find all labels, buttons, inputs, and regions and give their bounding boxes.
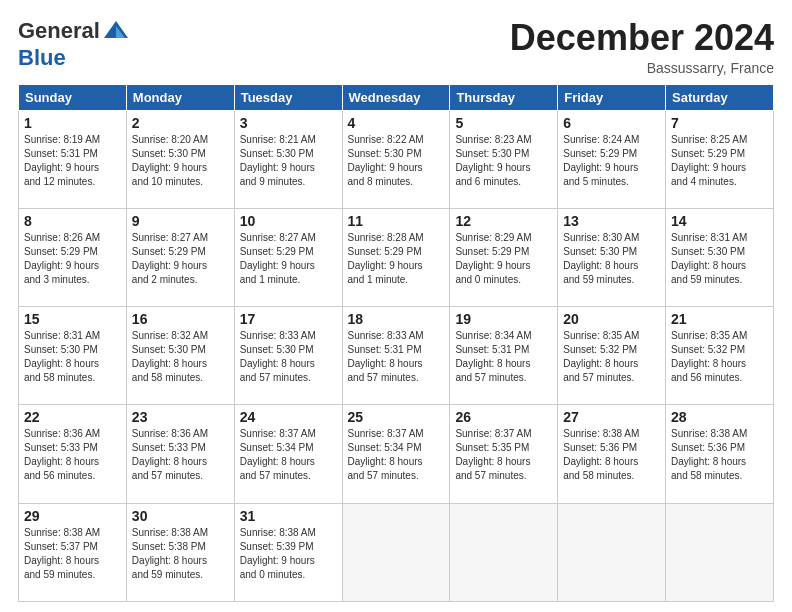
calendar-day-cell: 11Sunrise: 8:28 AM Sunset: 5:29 PM Dayli… <box>342 208 450 306</box>
day-number: 12 <box>455 213 552 229</box>
day-number: 28 <box>671 409 768 425</box>
weekday-header-cell: Monday <box>126 84 234 110</box>
day-info: Sunrise: 8:38 AM Sunset: 5:38 PM Dayligh… <box>132 526 229 582</box>
calendar-day-cell: 14Sunrise: 8:31 AM Sunset: 5:30 PM Dayli… <box>666 208 774 306</box>
calendar-day-cell <box>450 503 558 601</box>
logo-icon <box>102 18 130 46</box>
day-number: 13 <box>563 213 660 229</box>
day-info: Sunrise: 8:27 AM Sunset: 5:29 PM Dayligh… <box>132 231 229 287</box>
calendar-week-row: 22Sunrise: 8:36 AM Sunset: 5:33 PM Dayli… <box>19 405 774 503</box>
weekday-header-cell: Friday <box>558 84 666 110</box>
day-number: 11 <box>348 213 445 229</box>
calendar-day-cell: 29Sunrise: 8:38 AM Sunset: 5:37 PM Dayli… <box>19 503 127 601</box>
calendar-day-cell <box>666 503 774 601</box>
calendar-day-cell: 15Sunrise: 8:31 AM Sunset: 5:30 PM Dayli… <box>19 307 127 405</box>
calendar-day-cell: 8Sunrise: 8:26 AM Sunset: 5:29 PM Daylig… <box>19 208 127 306</box>
calendar-day-cell: 23Sunrise: 8:36 AM Sunset: 5:33 PM Dayli… <box>126 405 234 503</box>
calendar-week-row: 29Sunrise: 8:38 AM Sunset: 5:37 PM Dayli… <box>19 503 774 601</box>
calendar-day-cell <box>558 503 666 601</box>
calendar-day-cell: 16Sunrise: 8:32 AM Sunset: 5:30 PM Dayli… <box>126 307 234 405</box>
calendar-day-cell: 9Sunrise: 8:27 AM Sunset: 5:29 PM Daylig… <box>126 208 234 306</box>
calendar-table: SundayMondayTuesdayWednesdayThursdayFrid… <box>18 84 774 602</box>
day-info: Sunrise: 8:31 AM Sunset: 5:30 PM Dayligh… <box>24 329 121 385</box>
day-info: Sunrise: 8:26 AM Sunset: 5:29 PM Dayligh… <box>24 231 121 287</box>
calendar-day-cell: 27Sunrise: 8:38 AM Sunset: 5:36 PM Dayli… <box>558 405 666 503</box>
weekday-header-cell: Tuesday <box>234 84 342 110</box>
day-info: Sunrise: 8:34 AM Sunset: 5:31 PM Dayligh… <box>455 329 552 385</box>
day-info: Sunrise: 8:35 AM Sunset: 5:32 PM Dayligh… <box>563 329 660 385</box>
day-info: Sunrise: 8:33 AM Sunset: 5:30 PM Dayligh… <box>240 329 337 385</box>
day-number: 22 <box>24 409 121 425</box>
day-number: 17 <box>240 311 337 327</box>
calendar-day-cell: 30Sunrise: 8:38 AM Sunset: 5:38 PM Dayli… <box>126 503 234 601</box>
page: General Blue December 2024 Bassussarry, … <box>0 0 792 612</box>
day-info: Sunrise: 8:37 AM Sunset: 5:35 PM Dayligh… <box>455 427 552 483</box>
calendar-day-cell <box>342 503 450 601</box>
day-info: Sunrise: 8:30 AM Sunset: 5:30 PM Dayligh… <box>563 231 660 287</box>
calendar-day-cell: 18Sunrise: 8:33 AM Sunset: 5:31 PM Dayli… <box>342 307 450 405</box>
day-number: 14 <box>671 213 768 229</box>
header: General Blue December 2024 Bassussarry, … <box>18 18 774 76</box>
day-number: 25 <box>348 409 445 425</box>
calendar-day-cell: 12Sunrise: 8:29 AM Sunset: 5:29 PM Dayli… <box>450 208 558 306</box>
calendar-day-cell: 10Sunrise: 8:27 AM Sunset: 5:29 PM Dayli… <box>234 208 342 306</box>
calendar-day-cell: 17Sunrise: 8:33 AM Sunset: 5:30 PM Dayli… <box>234 307 342 405</box>
weekday-header-cell: Wednesday <box>342 84 450 110</box>
weekday-header-cell: Thursday <box>450 84 558 110</box>
day-number: 31 <box>240 508 337 524</box>
day-info: Sunrise: 8:33 AM Sunset: 5:31 PM Dayligh… <box>348 329 445 385</box>
calendar-day-cell: 25Sunrise: 8:37 AM Sunset: 5:34 PM Dayli… <box>342 405 450 503</box>
calendar-day-cell: 3Sunrise: 8:21 AM Sunset: 5:30 PM Daylig… <box>234 110 342 208</box>
calendar-day-cell: 20Sunrise: 8:35 AM Sunset: 5:32 PM Dayli… <box>558 307 666 405</box>
day-number: 18 <box>348 311 445 327</box>
day-info: Sunrise: 8:32 AM Sunset: 5:30 PM Dayligh… <box>132 329 229 385</box>
calendar-day-cell: 4Sunrise: 8:22 AM Sunset: 5:30 PM Daylig… <box>342 110 450 208</box>
calendar-body: 1Sunrise: 8:19 AM Sunset: 5:31 PM Daylig… <box>19 110 774 601</box>
day-number: 19 <box>455 311 552 327</box>
day-info: Sunrise: 8:24 AM Sunset: 5:29 PM Dayligh… <box>563 133 660 189</box>
calendar-week-row: 15Sunrise: 8:31 AM Sunset: 5:30 PM Dayli… <box>19 307 774 405</box>
calendar-day-cell: 5Sunrise: 8:23 AM Sunset: 5:30 PM Daylig… <box>450 110 558 208</box>
day-number: 20 <box>563 311 660 327</box>
calendar-day-cell: 22Sunrise: 8:36 AM Sunset: 5:33 PM Dayli… <box>19 405 127 503</box>
day-info: Sunrise: 8:29 AM Sunset: 5:29 PM Dayligh… <box>455 231 552 287</box>
calendar-subtitle: Bassussarry, France <box>510 60 774 76</box>
calendar-day-cell: 21Sunrise: 8:35 AM Sunset: 5:32 PM Dayli… <box>666 307 774 405</box>
day-number: 26 <box>455 409 552 425</box>
day-number: 21 <box>671 311 768 327</box>
day-number: 10 <box>240 213 337 229</box>
calendar-day-cell: 7Sunrise: 8:25 AM Sunset: 5:29 PM Daylig… <box>666 110 774 208</box>
day-info: Sunrise: 8:31 AM Sunset: 5:30 PM Dayligh… <box>671 231 768 287</box>
day-number: 9 <box>132 213 229 229</box>
calendar-day-cell: 1Sunrise: 8:19 AM Sunset: 5:31 PM Daylig… <box>19 110 127 208</box>
day-info: Sunrise: 8:38 AM Sunset: 5:36 PM Dayligh… <box>671 427 768 483</box>
day-number: 29 <box>24 508 121 524</box>
day-number: 8 <box>24 213 121 229</box>
title-block: December 2024 Bassussarry, France <box>510 18 774 76</box>
calendar-day-cell: 19Sunrise: 8:34 AM Sunset: 5:31 PM Dayli… <box>450 307 558 405</box>
calendar-day-cell: 2Sunrise: 8:20 AM Sunset: 5:30 PM Daylig… <box>126 110 234 208</box>
day-number: 3 <box>240 115 337 131</box>
weekday-header-cell: Sunday <box>19 84 127 110</box>
day-number: 1 <box>24 115 121 131</box>
day-number: 4 <box>348 115 445 131</box>
day-number: 6 <box>563 115 660 131</box>
day-info: Sunrise: 8:23 AM Sunset: 5:30 PM Dayligh… <box>455 133 552 189</box>
day-info: Sunrise: 8:36 AM Sunset: 5:33 PM Dayligh… <box>24 427 121 483</box>
logo-text: General Blue <box>18 18 132 70</box>
logo: General Blue <box>18 18 132 70</box>
day-info: Sunrise: 8:35 AM Sunset: 5:32 PM Dayligh… <box>671 329 768 385</box>
calendar-week-row: 8Sunrise: 8:26 AM Sunset: 5:29 PM Daylig… <box>19 208 774 306</box>
calendar-day-cell: 24Sunrise: 8:37 AM Sunset: 5:34 PM Dayli… <box>234 405 342 503</box>
day-info: Sunrise: 8:38 AM Sunset: 5:37 PM Dayligh… <box>24 526 121 582</box>
day-info: Sunrise: 8:37 AM Sunset: 5:34 PM Dayligh… <box>240 427 337 483</box>
day-info: Sunrise: 8:25 AM Sunset: 5:29 PM Dayligh… <box>671 133 768 189</box>
day-number: 5 <box>455 115 552 131</box>
calendar-day-cell: 6Sunrise: 8:24 AM Sunset: 5:29 PM Daylig… <box>558 110 666 208</box>
weekday-header-cell: Saturday <box>666 84 774 110</box>
day-info: Sunrise: 8:36 AM Sunset: 5:33 PM Dayligh… <box>132 427 229 483</box>
day-info: Sunrise: 8:19 AM Sunset: 5:31 PM Dayligh… <box>24 133 121 189</box>
logo-general: General <box>18 18 100 43</box>
day-info: Sunrise: 8:21 AM Sunset: 5:30 PM Dayligh… <box>240 133 337 189</box>
calendar-title: December 2024 <box>510 18 774 58</box>
